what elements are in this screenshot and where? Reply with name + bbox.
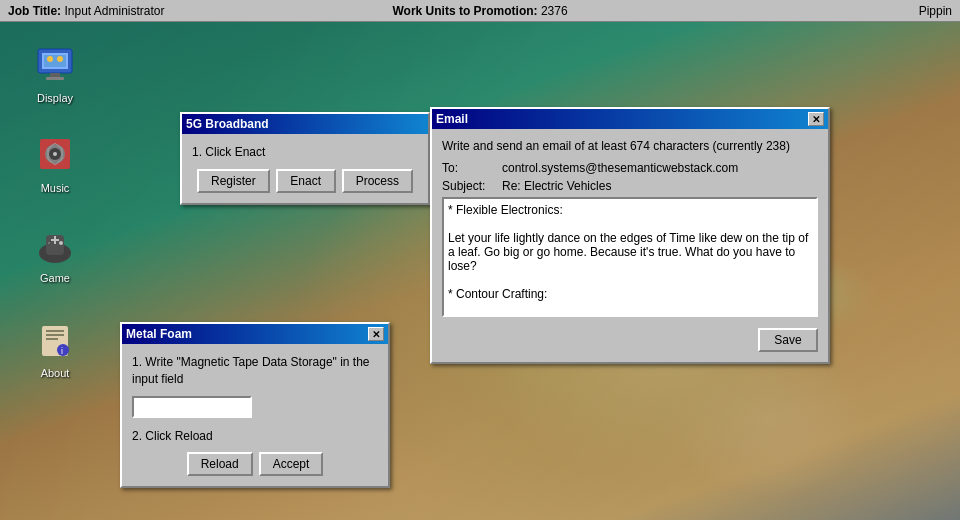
email-body-textarea[interactable]: * Flexible Electronics: Let your life li… — [442, 197, 818, 317]
enact-button[interactable]: Enact — [276, 169, 336, 193]
display-icon — [31, 42, 79, 90]
email-subject-label: Subject: — [442, 179, 502, 193]
svg-rect-3 — [46, 77, 64, 80]
svg-point-10 — [53, 152, 57, 156]
reload-button[interactable]: Reload — [187, 452, 253, 476]
window-metal-close[interactable]: ✕ — [368, 327, 384, 341]
email-to-row: To: control.systems@thesemanticwebstack.… — [442, 161, 818, 175]
svg-rect-15 — [54, 236, 56, 244]
game-label: Game — [40, 272, 70, 284]
svg-rect-2 — [50, 73, 60, 77]
window-metal-buttons: Reload Accept — [132, 452, 378, 476]
desktop: Display Music Game — [0, 22, 960, 520]
game-icon — [31, 222, 79, 270]
window-metal-content: 1. Write "Magnetic Tape Data Storage" in… — [122, 344, 388, 486]
taskbar: Job Title: Input Administrator Work Unit… — [0, 0, 960, 22]
svg-rect-19 — [46, 330, 64, 332]
accept-button[interactable]: Accept — [259, 452, 324, 476]
svg-point-16 — [59, 241, 63, 245]
window-metal-step1: 1. Write "Magnetic Tape Data Storage" in… — [132, 354, 378, 388]
window-5g-step1: 1. Click Enact — [192, 144, 418, 161]
taskbar-right: Pippin — [637, 4, 952, 18]
email-save-row: Save — [442, 328, 818, 352]
window-5g-content: 1. Click Enact Register Enact Process — [182, 134, 428, 203]
window-email: Email ✕ Write and send an email of at le… — [430, 107, 830, 364]
svg-point-6 — [57, 56, 63, 62]
email-subject-row: Subject: Re: Electric Vehicles — [442, 179, 818, 193]
about-label: About — [41, 367, 70, 379]
svg-text:i: i — [61, 346, 63, 356]
window-5g-buttons: Register Enact Process — [192, 169, 418, 193]
process-button[interactable]: Process — [342, 169, 413, 193]
desktop-icon-game[interactable]: Game — [20, 222, 90, 284]
window-5g-titlebar: 5G Broadband — [182, 114, 428, 134]
email-body-area: * Flexible Electronics: Let your life li… — [442, 197, 818, 320]
window-5g-title: 5G Broadband — [186, 117, 269, 131]
music-icon — [31, 132, 79, 180]
window-metal-titlebar: Metal Foam ✕ — [122, 324, 388, 344]
email-subject-value: Re: Electric Vehicles — [502, 179, 818, 193]
email-to-label: To: — [442, 161, 502, 175]
window-email-titlebar: Email ✕ — [432, 109, 828, 129]
desktop-icon-display[interactable]: Display — [20, 42, 90, 104]
window-email-content: Write and send an email of at least 674 … — [432, 129, 828, 362]
svg-rect-21 — [46, 338, 58, 340]
desktop-icon-about[interactable]: i About — [20, 317, 90, 379]
about-icon: i — [31, 317, 79, 365]
register-button[interactable]: Register — [197, 169, 270, 193]
svg-point-22 — [57, 344, 69, 356]
save-button[interactable]: Save — [758, 328, 818, 352]
window-metal-title: Metal Foam — [126, 327, 192, 341]
svg-rect-4 — [44, 55, 66, 67]
email-to-value: control.systems@thesemanticwebstack.com — [502, 161, 818, 175]
window-metal-step2: 2. Click Reload — [132, 428, 378, 445]
taskbar-left: Job Title: Input Administrator — [8, 4, 323, 18]
taskbar-user: Pippin — [919, 4, 952, 18]
taskbar-center: Work Units to Promotion: 2376 — [323, 4, 638, 18]
window-email-title: Email — [436, 112, 468, 126]
svg-point-17 — [48, 242, 50, 244]
svg-rect-20 — [46, 334, 64, 336]
window-email-close[interactable]: ✕ — [808, 112, 824, 126]
window-metal: Metal Foam ✕ 1. Write "Magnetic Tape Dat… — [120, 322, 390, 488]
window-5g: 5G Broadband 1. Click Enact Register Ena… — [180, 112, 430, 205]
metal-foam-input[interactable] — [132, 396, 252, 418]
svg-point-5 — [47, 56, 53, 62]
display-label: Display — [37, 92, 73, 104]
music-label: Music — [41, 182, 70, 194]
char-count-text: Write and send an email of at least 674 … — [442, 139, 818, 153]
desktop-icon-music[interactable]: Music — [20, 132, 90, 194]
